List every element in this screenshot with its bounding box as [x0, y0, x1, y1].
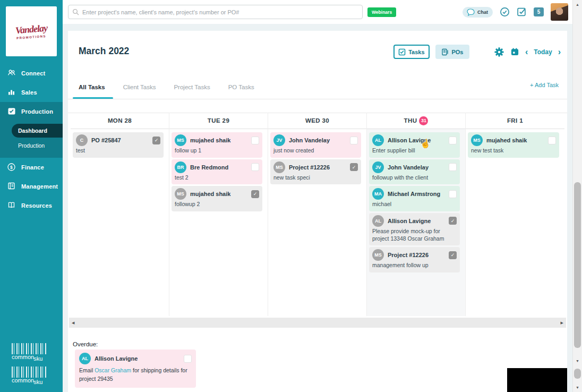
barcode-icon [12, 343, 47, 354]
task-title: mujahed shaik [190, 137, 247, 143]
scrollbar-thumb[interactable] [574, 182, 581, 348]
task-checkbox[interactable]: ✓ [449, 251, 457, 259]
task-card[interactable]: MS Project #12226 ✓ management follow up [369, 247, 460, 272]
sidebar-item-sales[interactable]: Sales [0, 83, 63, 102]
mouse-cursor: ☝ [420, 138, 431, 150]
task-checkbox[interactable]: ✓ [449, 217, 457, 225]
tab-client-tasks[interactable]: Client Tasks [123, 84, 156, 90]
task-title: Bre Redmond [190, 164, 247, 171]
search-input[interactable] [68, 5, 363, 19]
tasks-toggle-button[interactable]: Tasks [393, 45, 430, 59]
sidebar-item-management[interactable]: Management [0, 177, 63, 196]
task-card[interactable]: MS Project #12226 ✓ new task speci [270, 159, 361, 185]
add-task-button[interactable]: + Add Task [530, 82, 559, 88]
scroll-right-arrow[interactable]: ▶ [561, 321, 563, 325]
sidebar-item-production-sub[interactable]: Production [0, 139, 63, 152]
task-card[interactable]: C PO #25847 ✓ test [73, 132, 164, 158]
task-checkbox[interactable] [449, 163, 457, 171]
task-checkbox[interactable] [548, 137, 556, 144]
task-checkbox[interactable] [449, 137, 457, 144]
task-checkbox[interactable] [449, 190, 457, 198]
tab-project-tasks[interactable]: Project Tasks [174, 84, 210, 90]
task-subtitle: test [76, 147, 160, 155]
task-card[interactable]: JV John Vandelay followup with the clien… [369, 159, 460, 185]
chat-bubble-icon [466, 8, 475, 16]
main-content: March 2022 Tasks POs [63, 24, 572, 392]
task-subtitle: Enter supplier bill [372, 147, 457, 155]
task-subtitle: just now created [273, 147, 358, 155]
task-checkbox[interactable] [251, 137, 259, 144]
chat-button[interactable]: Chat [463, 7, 493, 18]
task-title: mujahed shaik [486, 137, 544, 143]
task-subtitle: new task speci [273, 174, 358, 182]
task-subtitle: Please provide mock-up for project 13348… [372, 228, 457, 242]
tab-all-tasks[interactable]: All Tasks [79, 84, 105, 90]
task-title: John Vandelay [289, 137, 346, 143]
tasks-check-icon[interactable] [517, 7, 527, 17]
user-avatar[interactable] [551, 3, 568, 21]
task-card[interactable]: BR Bre Redmond test 2 [172, 159, 262, 185]
task-tabs: All Tasks Client Tasks Project Tasks PO … [79, 84, 254, 90]
scrollbar-thumb-inner[interactable] [574, 369, 581, 379]
people-icon [7, 69, 16, 78]
board-column: WED 30 JV John Vandelay just now created… [268, 113, 367, 316]
sidebar-item-label: Resources [21, 202, 52, 209]
webinars-button[interactable]: Webinars [367, 7, 396, 17]
horizontal-scrollbar[interactable]: ◀ ▶ [69, 318, 566, 328]
task-card[interactable]: JV John Vandelay just now created [270, 132, 361, 158]
settings-gear-icon[interactable] [494, 47, 504, 57]
pos-toggle-button[interactable]: POs [435, 45, 469, 59]
calendar-icon[interactable] [510, 47, 519, 56]
scroll-down-arrow-inner[interactable]: ▼ [573, 386, 582, 389]
prev-chevron[interactable]: ‹ [525, 48, 528, 56]
column-day-label: WED 30 [305, 117, 329, 124]
task-subtitle: followup 2 [175, 201, 259, 208]
sidebar-subitem-label: Production [18, 142, 45, 149]
avatar: C [76, 134, 88, 146]
column-cards: JV John Vandelay just now created MS Pro… [268, 129, 366, 316]
today-date-badge: 31 [419, 116, 428, 125]
today-button[interactable]: Today [534, 48, 552, 56]
tab-po-tasks[interactable]: PO Tasks [228, 84, 254, 90]
chat-label: Chat [477, 10, 488, 15]
task-card[interactable]: MS mujahed shaik follow up 1 [172, 132, 262, 158]
task-card[interactable]: AL Allison Lavigne Enter supplier bill ☝ [369, 132, 460, 158]
avatar: AL [79, 353, 91, 364]
contact-link[interactable]: Oscar Graham [95, 367, 131, 373]
next-chevron[interactable]: › [558, 48, 561, 56]
column-cards: C PO #25847 ✓ test [71, 129, 169, 316]
task-card[interactable]: MS mujahed shaik ✓ followup 2 [172, 186, 262, 211]
sidebar-item-label: Sales [21, 89, 37, 96]
topbar: Webinars Chat 5 [63, 0, 572, 24]
task-card[interactable]: MA Michael Armstrong michael [369, 186, 460, 211]
task-subtitle: test 2 [175, 174, 259, 182]
task-checkbox[interactable] [350, 137, 358, 144]
scroll-up-arrow[interactable]: ▲ [573, 3, 582, 6]
column-cards: MS mujahed shaik follow up 1 BR Bre Redm… [169, 129, 268, 316]
overdue-task-card[interactable]: AL Allison Lavigne Email Oscar Graham fo… [75, 350, 196, 388]
sidebar-item-connect[interactable]: Connect [0, 64, 63, 83]
task-checkbox[interactable]: ✓ [251, 190, 259, 198]
sidebar-item-production[interactable]: Production [0, 102, 63, 121]
sidebar-item-finance[interactable]: $ Finance [0, 158, 63, 177]
scroll-down-arrow[interactable]: ▼ [573, 359, 582, 363]
vertical-scrollbar[interactable]: ▲ ▼ ▼ [572, 0, 582, 392]
column-day-label: THU [404, 117, 417, 124]
sidebar-item-resources[interactable]: Resources [0, 196, 63, 215]
task-checkbox[interactable]: ✓ [152, 137, 160, 144]
task-card[interactable]: AL Allison Lavigne ✓ Please provide mock… [369, 213, 460, 245]
sidebar-item-label: Finance [21, 164, 44, 171]
sidebar-item-dashboard[interactable]: Dashboard [12, 124, 63, 138]
board-columns: MON 28 C PO #25847 ✓ test TUE 29 MS muja… [71, 113, 564, 316]
sidebar-item-label: Management [21, 183, 58, 190]
notification-count-badge[interactable]: 5 [534, 7, 544, 16]
scroll-left-arrow[interactable]: ◀ [72, 321, 74, 325]
purchase-order-icon [441, 48, 449, 56]
task-checkbox[interactable] [184, 355, 192, 363]
task-checkbox[interactable]: ✓ [350, 163, 358, 171]
task-card[interactable]: MS mujahed shaik new test task [468, 132, 559, 158]
task-checkbox[interactable] [251, 163, 259, 171]
tenant-logo[interactable]: Vandelay PROMOTIONS [6, 6, 57, 56]
avatar: BR [175, 161, 186, 173]
reminders-icon[interactable] [500, 7, 510, 17]
